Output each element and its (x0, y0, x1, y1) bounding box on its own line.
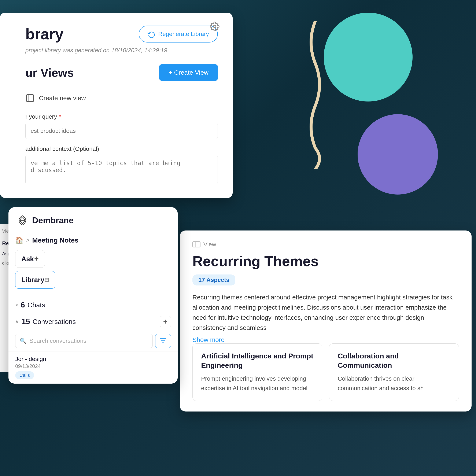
search-icon: 🔍 (20, 338, 26, 344)
app-name: Dembrane (32, 216, 74, 225)
breadcrumb-chevron: > (26, 237, 30, 244)
conversation-name: Jor - design (15, 356, 171, 362)
create-new-view-row[interactable]: Create new view (25, 89, 218, 107)
add-icon: + (163, 317, 168, 326)
theme-card-collab[interactable]: Collaboration and Communication Collabor… (329, 343, 459, 401)
your-views-title: ur Views (25, 66, 74, 80)
regenerate-library-button[interactable]: Regenerate Library (139, 26, 218, 43)
home-icon[interactable]: 🏠 (15, 236, 24, 244)
add-conversation-button[interactable]: + (160, 316, 171, 327)
theme-cards-row: Artificial Intelligence and Prompt Engin… (192, 343, 459, 401)
library-button-label: Library (21, 276, 44, 284)
chats-count: 6 (21, 301, 25, 309)
create-view-label: + Create View (169, 69, 208, 76)
dembrane-header: Dembrane (8, 207, 178, 231)
nav-section: 🏠 > Meeting Notes Ask ✦ Library ⊟ (8, 231, 178, 297)
conversation-date: 09/13/2024 (15, 363, 171, 369)
search-conversations-box[interactable]: 🔍 Search conversations (15, 334, 153, 348)
chats-row[interactable]: > 6 Chats (8, 297, 178, 313)
conversations-row: ∨ 15 Conversations + (8, 313, 178, 330)
dembrane-logo-icon (17, 215, 28, 226)
library-title-row: brary Regenerate Library (25, 25, 218, 43)
query-input[interactable] (25, 123, 218, 139)
teal-circle-decoration (324, 13, 413, 102)
aspects-badge: 17 Aspects (192, 274, 235, 286)
ask-button[interactable]: Ask ✦ (15, 250, 45, 268)
search-row: 🔍 Search conversations (8, 330, 178, 351)
dembrane-sidebar-panel: Dembrane 🏠 > Meeting Notes Ask ✦ Library… (8, 207, 178, 384)
sparkle-icon: ✦ (34, 255, 39, 262)
context-section: additional context (Optional) (25, 146, 218, 185)
query-label: r your query * (25, 113, 218, 120)
conversations-count: 15 (22, 317, 30, 326)
search-placeholder: Search conversations (29, 338, 86, 344)
main-content-panel: View Recurring Themes 17 Aspects Recurri… (180, 231, 472, 411)
gear-button[interactable] (209, 21, 220, 32)
your-views-row: ur Views + Create View (25, 64, 218, 81)
description-text: Recurring themes centered around effecti… (192, 292, 459, 333)
squiggle-decoration (303, 21, 328, 169)
create-new-view-label: Create new view (39, 95, 86, 102)
query-section: r your query * (25, 113, 218, 146)
library-button[interactable]: Library ⊟ (15, 271, 55, 289)
ai-card-description: Prompt engineering involves developing e… (201, 374, 314, 393)
conversations-chevron-icon: ∨ (15, 319, 19, 324)
context-label: additional context (Optional) (25, 146, 218, 152)
context-textarea[interactable] (25, 155, 218, 184)
svg-point-0 (213, 25, 216, 28)
collab-card-title: Collaboration and Communication (338, 351, 450, 370)
ai-card-title: Artificial Intelligence and Prompt Engin… (201, 351, 314, 370)
ask-button-label: Ask (21, 255, 34, 263)
library-title: brary (25, 25, 63, 43)
library-subtitle: project library was generated on 18/10/2… (25, 47, 218, 54)
conversations-label: Conversations (33, 318, 76, 326)
svg-rect-1 (27, 95, 34, 102)
view-label-row: View (192, 241, 459, 248)
conversation-tag: Calls (15, 371, 34, 379)
view-text: View (204, 241, 216, 248)
panel-title: Recurring Themes (192, 253, 459, 269)
library-button-icon: ⊟ (44, 276, 49, 283)
purple-circle-decoration (357, 114, 438, 195)
theme-card-ai[interactable]: Artificial Intelligence and Prompt Engin… (192, 343, 322, 401)
filter-button[interactable] (155, 334, 171, 348)
breadcrumb: 🏠 > Meeting Notes (15, 236, 171, 244)
required-star: * (59, 113, 61, 120)
top-library-panel: brary Regenerate Library project library… (0, 13, 233, 198)
breadcrumb-meeting-notes: Meeting Notes (32, 237, 78, 244)
create-view-button[interactable]: + Create View (159, 64, 218, 81)
conversations-left[interactable]: ∨ 15 Conversations (15, 317, 76, 326)
show-more-link[interactable]: Show more (192, 336, 224, 343)
regenerate-button-label: Regenerate Library (158, 31, 209, 37)
chats-label: Chats (28, 301, 45, 309)
collab-card-description: Collaboration thrives on clear communica… (338, 374, 450, 393)
conversation-item[interactable]: Jor - design 09/13/2024 Calls (8, 351, 178, 384)
svg-rect-7 (193, 242, 200, 247)
chats-chevron-icon: > (15, 302, 18, 308)
